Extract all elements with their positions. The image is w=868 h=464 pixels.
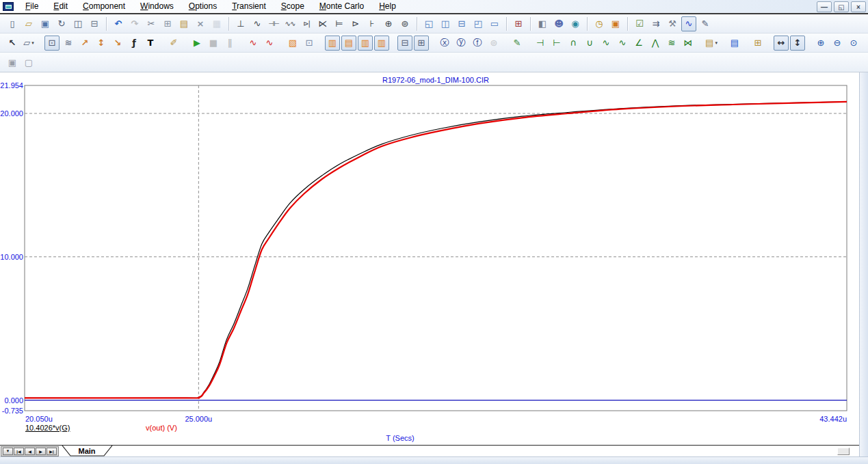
edit-plot-button[interactable]: ✎ [698,16,713,31]
page-list-button[interactable]: ▼ [3,448,13,455]
bring-to-front-button[interactable]: ▣ [5,55,20,70]
waveform-canvas[interactable] [0,72,859,445]
waveform-window-button[interactable]: ≋ [61,36,76,51]
show-plot-button[interactable]: ∿ [681,16,696,31]
find-x-button[interactable]: ⓧ [437,36,452,51]
scale-vertical-button[interactable]: ↕ [94,36,109,51]
select-region-button[interactable]: ▦ [209,16,224,31]
web-options-button[interactable]: ◉ [568,16,583,31]
animate-run-button[interactable]: ◷ [592,16,607,31]
zoom-rectangle-button[interactable]: ⊡ [44,36,60,51]
shape-tool-button[interactable]: ▱▾ [21,36,36,51]
dropdown-arrow-icon[interactable]: ▾ [715,40,718,46]
arrange-windows-button[interactable]: ◰ [471,16,486,31]
peak-button[interactable]: ∩ [566,36,581,51]
mosfet-icon[interactable]: ⊨ [332,16,347,31]
select-arrow-button[interactable]: ↖ [5,36,20,51]
minimize-button[interactable]: — [817,1,832,12]
new-file-button[interactable]: ▯ [5,16,20,31]
cut-button[interactable]: ✂ [144,16,159,31]
high-marker-button[interactable]: ∿ [599,36,614,51]
active-window-button[interactable]: ▣ [608,16,623,31]
menu-scope[interactable]: Scope [274,0,312,14]
menu-help[interactable]: Help [371,0,404,14]
menu-options[interactable]: Options [181,0,224,14]
auto-scale-y-button[interactable]: ↕ [790,36,805,51]
save-button[interactable]: ▣ [38,16,53,31]
formula-button[interactable]: ƒ [127,36,142,51]
next-page-button[interactable]: ▶ [36,448,46,455]
baseline-toggle-button[interactable]: ⊟ [397,36,412,51]
ground-icon[interactable]: ⊥ [233,16,248,31]
menu-monte-carlo[interactable]: Monte Carlo [312,0,371,14]
menu-edit[interactable]: Edit [46,0,75,14]
pane-stripes-3-button[interactable]: ▥ [358,36,373,51]
plot-region[interactable]: R1972-06_mod-1_DIM-100.CIR 21.95420.0001… [0,72,859,445]
find-formula-button[interactable]: ⓕ [470,36,485,51]
tab-main-label[interactable]: Main [78,447,95,455]
tangent-button[interactable]: ⋀ [648,36,663,51]
menu-file[interactable]: File [18,0,46,14]
diode-icon[interactable]: ⊳| [299,16,314,31]
prev-page-button[interactable]: ◀ [25,448,35,455]
maximize-window-button[interactable]: ▭ [487,16,502,31]
stop-button[interactable]: ■ [206,36,221,51]
opamp-icon[interactable]: ⊳ [348,16,363,31]
slope-button[interactable]: ∠ [631,36,646,51]
print-preview-button[interactable]: ◫ [70,16,86,31]
restore-button[interactable]: ◱ [834,1,849,12]
legend-vout[interactable]: v(out) (V) [146,424,177,432]
cursor-right-button[interactable]: ⊢ [549,36,564,51]
dropdown-arrow-icon[interactable]: ▾ [31,40,34,46]
tools-button[interactable]: ⚒ [665,16,680,31]
properties-button[interactable]: ✐ [166,36,181,51]
open-file-button[interactable]: ▱ [21,16,36,31]
cursor-left-button[interactable]: ⊣ [533,36,548,51]
scale-horizontal-button[interactable]: ↗ [77,36,92,51]
edit-text-button[interactable]: ✎ [510,36,525,51]
tile-vertical-button[interactable]: ◫ [438,16,453,31]
resize-grip[interactable] [837,448,850,455]
last-page-button[interactable]: ▶| [47,448,57,455]
tile-horizontal-button[interactable]: ⊟ [454,16,469,31]
revert-button[interactable]: ↻ [54,16,69,31]
menu-windows[interactable]: Windows [133,0,181,14]
delete-button[interactable]: × [193,16,208,31]
search-button[interactable]: ⊚ [486,36,501,51]
legend-vg[interactable]: 10.4026*v(G) [25,424,70,432]
resistor-icon[interactable]: ∿ [250,16,265,31]
send-to-back-button[interactable]: ▢ [21,55,36,70]
scale-corner-button[interactable]: ↘ [110,36,125,51]
paste-button[interactable]: ▤ [176,16,192,31]
select-box-button[interactable]: ▧ [285,36,300,51]
command-list-button[interactable]: ⇉ [648,16,663,31]
data-points-box-button[interactable]: ⊡ [302,36,317,51]
tracker-toggle-button[interactable]: ⊞ [414,36,429,51]
waveform-vout[interactable] [25,102,847,398]
inductor-icon[interactable]: ∿∿ [282,16,298,31]
copy-button[interactable]: ⊞ [160,16,175,31]
family-curves-button[interactable]: ⋈ [681,36,696,51]
numeric-output-button[interactable]: ▤ [727,36,742,51]
user-settings-button[interactable]: ☻ [551,16,566,31]
voltage-source-icon[interactable]: ⊕ [381,16,396,31]
menu-component[interactable]: Component [75,0,133,14]
envelope-button[interactable]: ≋ [664,36,679,51]
pause-button[interactable]: ∥ [222,36,237,51]
waveform-vg[interactable] [25,102,847,398]
pane-stripes-1-button[interactable]: ▥ [325,36,340,51]
first-page-button[interactable]: |◀ [14,448,24,455]
pane-stripes-2-button[interactable]: ▤ [341,36,356,51]
run-button[interactable]: ▶ [189,36,205,51]
redo-button[interactable]: ↷ [127,16,142,31]
find-y-button[interactable]: ⓨ [453,36,469,51]
cascade-windows-button[interactable]: ◱ [421,16,436,31]
cursor-curve-right-button[interactable]: ∿ [262,36,277,51]
data-clipboard-button[interactable]: ⊞ [750,36,765,51]
cursor-curve-left-button[interactable]: ∿ [246,36,261,51]
print-button[interactable]: ⊟ [87,16,102,31]
undo-button[interactable]: ↶ [111,16,126,31]
component-panel-button[interactable]: ◧ [535,16,550,31]
transistor-icon[interactable]: ⋉ [315,16,330,31]
connector-icon[interactable]: ⊦ [365,16,380,31]
